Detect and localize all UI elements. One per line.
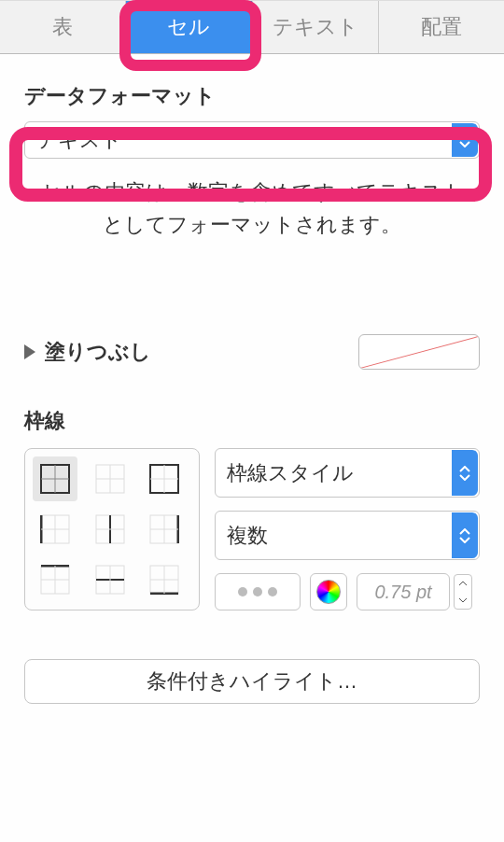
fill-label: 塗りつぶし xyxy=(45,338,151,366)
border-style-preset[interactable] xyxy=(215,573,301,610)
border-outer[interactable] xyxy=(142,456,187,501)
tab-table[interactable]: 表 xyxy=(0,1,126,53)
border-inner-horizontal[interactable] xyxy=(88,557,133,602)
disclosure-triangle-icon xyxy=(24,344,35,359)
stepper-down-icon xyxy=(458,597,468,603)
inspector-content: データフォーマット テキスト セルの内容は、数字を含めてすべてテキストとしてフォ… xyxy=(0,54,504,704)
border-style-select[interactable]: 枠線スタイル xyxy=(215,448,480,498)
border-label: 枠線 xyxy=(24,407,480,435)
border-count-select[interactable]: 複数 xyxy=(215,511,480,560)
select-spinner-icon xyxy=(452,512,478,558)
select-spinner-icon xyxy=(452,123,478,157)
dot-icon xyxy=(238,587,247,596)
dot-icon xyxy=(253,587,262,596)
data-format-value: テキスト xyxy=(36,126,122,154)
data-format-help: セルの内容は、数字を含めてすべてテキストとしてフォーマットされます。 xyxy=(24,175,480,241)
border-width-stepper[interactable] xyxy=(454,574,472,610)
inspector-tabs: 表 セル テキスト 配置 xyxy=(0,0,504,54)
color-wheel-icon xyxy=(316,580,341,604)
conditional-highlight-button[interactable]: 条件付きハイライト… xyxy=(24,659,480,704)
tab-text[interactable]: テキスト xyxy=(253,1,379,53)
fill-color-well[interactable] xyxy=(358,334,480,370)
select-spinner-icon xyxy=(452,450,478,496)
dot-icon xyxy=(268,587,277,596)
border-count-value: 複数 xyxy=(227,522,268,550)
border-style-value: 枠線スタイル xyxy=(227,459,354,487)
no-fill-icon xyxy=(358,334,480,370)
border-inner-vertical[interactable] xyxy=(88,507,133,552)
data-format-label: データフォーマット xyxy=(24,82,480,110)
border-bottom[interactable] xyxy=(142,557,187,602)
border-top[interactable] xyxy=(33,557,77,602)
border-inner[interactable] xyxy=(88,456,133,501)
border-width-input[interactable]: 0.75 pt xyxy=(357,573,450,610)
conditional-highlight-label: 条件付きハイライト… xyxy=(147,667,357,695)
border-color-well[interactable] xyxy=(310,573,347,610)
data-format-select[interactable]: テキスト xyxy=(24,121,480,159)
border-position-grid xyxy=(24,448,200,610)
stepper-up-icon xyxy=(458,581,468,586)
border-all[interactable] xyxy=(33,456,77,501)
tab-cell[interactable]: セル xyxy=(126,1,252,53)
border-width-value: 0.75 pt xyxy=(374,582,431,603)
tab-layout[interactable]: 配置 xyxy=(379,1,504,53)
border-left[interactable] xyxy=(33,507,77,552)
fill-disclosure[interactable]: 塗りつぶし xyxy=(24,338,151,366)
border-right[interactable] xyxy=(142,507,187,552)
